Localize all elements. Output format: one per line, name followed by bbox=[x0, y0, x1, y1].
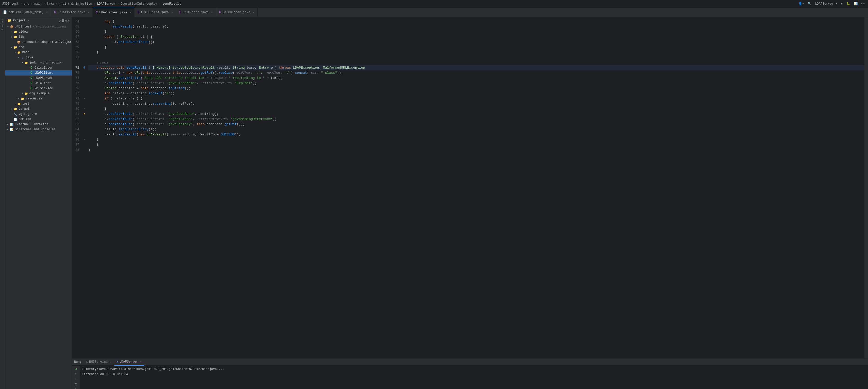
project-tab-vertical[interactable]: Project bbox=[1, 19, 4, 30]
tab-rmiservice-label: RMIService.java bbox=[58, 10, 85, 14]
scroll-up-btn[interactable]: ↑ bbox=[73, 372, 79, 376]
ln-72: 72 bbox=[72, 65, 82, 70]
gutter-76 bbox=[82, 86, 86, 91]
search-btn[interactable]: 🔍 bbox=[807, 1, 812, 6]
breadcrumb-src[interactable]: src bbox=[24, 2, 29, 6]
ldapserver-dropdown[interactable]: LDAPServer ▾ bbox=[814, 1, 838, 6]
coverage-btn[interactable]: 📊 bbox=[853, 1, 859, 6]
sidebar-dropdown-arrow[interactable]: ▾ bbox=[27, 19, 29, 22]
arrow-calculator bbox=[26, 67, 29, 69]
ldapserver-icon: C bbox=[29, 76, 33, 80]
arrow-main: ▾ bbox=[13, 51, 17, 54]
breadcrumb-jndi_rmi[interactable]: jndi_rmi_injection bbox=[59, 2, 92, 6]
tab-calculator[interactable]: C Calculator.java ✕ bbox=[216, 8, 258, 17]
tree-item-scratches[interactable]: ▸ 📝 Scratches and Consoles bbox=[5, 127, 72, 132]
tree-item-src[interactable]: ▾ 📁 src bbox=[5, 45, 72, 50]
gutter-69 bbox=[82, 45, 86, 50]
gutter-78: ◦ bbox=[82, 96, 86, 101]
tree-view[interactable]: ▾ 📦 JNDI_test ~/Projects/JNDI_test ▸ 📁 .… bbox=[5, 24, 72, 389]
run-btn[interactable]: ▶ bbox=[840, 1, 844, 6]
gutter-86: ◦ bbox=[82, 137, 86, 142]
tree-item-test[interactable]: ▸ 📁 test bbox=[5, 101, 72, 106]
code-line-78: if ( refPos > 0 ) { bbox=[88, 96, 864, 101]
tree-item-jndi_test[interactable]: ▾ 📦 JNDI_test ~/Projects/JNDI_test bbox=[5, 24, 72, 29]
tab-rmiservice[interactable]: C RMIService.java ✕ bbox=[51, 8, 93, 17]
ln-75: 75 bbox=[72, 81, 82, 86]
arrow-src: ▾ bbox=[10, 46, 13, 49]
more-vertical-btn[interactable]: ⋮ bbox=[73, 387, 79, 389]
tab-pom[interactable]: 📄 pom.xml (JNDI_test) ✕ bbox=[0, 8, 51, 17]
code-line-77: int refPos = cbstring.indexOf('#'); bbox=[88, 91, 864, 96]
tab-rmiservice-close[interactable]: ✕ bbox=[88, 11, 89, 14]
tab-pom-label: pom.xml (JNDI_test) bbox=[8, 10, 44, 14]
scratches-label: Scratches and Consoles bbox=[15, 128, 56, 131]
tree-item-extlibs[interactable]: ▸ 📊 External Libraries bbox=[5, 122, 72, 127]
breadcrumb-sendresult[interactable]: sendResult bbox=[162, 2, 181, 6]
bottom-line-1: Listening on 0.0.0.0:1234 bbox=[82, 372, 866, 377]
gitignore-label: .gitignore bbox=[19, 112, 37, 116]
tree-item-main[interactable]: ▾ 📁 main bbox=[5, 50, 72, 55]
breadcrumb-jndi[interactable]: JNDI_test bbox=[2, 2, 19, 6]
tree-item-jndi-pkg[interactable]: ▾ 📁 jndi_rmi_injection bbox=[5, 60, 72, 65]
main-folder-icon: 📁 bbox=[17, 51, 21, 55]
breadcrumb-operationinterceptor[interactable]: OperationInterceptor bbox=[121, 2, 157, 6]
filter-btn[interactable]: ≡ bbox=[73, 382, 79, 386]
code-line-71 bbox=[88, 55, 864, 60]
tree-item-ldapserver[interactable]: C LDAPServer bbox=[5, 75, 72, 81]
restart-btn[interactable]: ↺ bbox=[73, 367, 79, 371]
resources-folder-icon: 📁 bbox=[21, 97, 25, 101]
target-label: target bbox=[19, 107, 30, 111]
tree-item-lib[interactable]: ▾ 📁 lib bbox=[5, 34, 72, 39]
tree-item-org-example[interactable]: ▸ 📁 org.example bbox=[5, 91, 72, 96]
debug-btn[interactable]: 🐛 bbox=[845, 1, 851, 6]
tree-item-ldapclient[interactable]: C LDAPClient bbox=[5, 70, 72, 75]
tab-rmiclient-close[interactable]: ✕ bbox=[211, 11, 213, 14]
tree-item-rmiservice[interactable]: C RMIService bbox=[5, 86, 72, 91]
ldapclient-tab-icon: C bbox=[137, 10, 139, 14]
tree-item-rmiclient[interactable]: C RMIClient bbox=[5, 81, 72, 86]
bottom-line-0: /Library/Java/JavaVirtualMachines/jdk1.8… bbox=[82, 367, 866, 372]
tree-item-resources[interactable]: ▸ 📁 resources bbox=[5, 96, 72, 101]
sidebar-close-btn[interactable]: ✕ bbox=[68, 19, 70, 22]
arrow-jndi-pkg: ▾ bbox=[21, 61, 24, 64]
ldapclient-label: LDAPClient bbox=[34, 71, 53, 75]
tab-ldapclient[interactable]: C LDAPClient.java ✕ bbox=[134, 8, 176, 17]
ldapsdk-label: unboundid-ldapsdk-3.2.0.jar bbox=[22, 40, 72, 44]
tree-item-calculator[interactable]: C Calculator bbox=[5, 65, 72, 70]
arrow-rmiclient bbox=[26, 82, 29, 85]
tree-item-pom[interactable]: 📄 pom.xml bbox=[5, 117, 72, 122]
tab-ldapserver-close[interactable]: ✕ bbox=[129, 11, 131, 14]
sidebar-collapse-btn[interactable]: ☰ bbox=[62, 19, 64, 22]
calculator-label: Calculator bbox=[34, 66, 53, 70]
more-btn[interactable]: ⊙▾ bbox=[860, 1, 866, 6]
tree-item-idea[interactable]: ▸ 📁 .idea bbox=[5, 29, 72, 34]
bottom-tab-ldapserver[interactable]: ▶ LDAPServer ✕ bbox=[114, 358, 144, 366]
breadcrumb-main[interactable]: main bbox=[34, 2, 42, 6]
sidebar-settings-btn[interactable]: ⚙ bbox=[65, 19, 67, 22]
code-line-73: URL turl = new URL(this.codebase, this.c… bbox=[88, 70, 864, 75]
ln-68: 68 bbox=[72, 39, 82, 45]
tree-item-gitignore[interactable]: 🔧 .gitignore bbox=[5, 111, 72, 117]
tab-calculator-close[interactable]: ✕ bbox=[253, 11, 254, 14]
profile-btn[interactable]: 👤▾ bbox=[797, 1, 805, 6]
tab-rmiclient[interactable]: C RMIClient.java ✕ bbox=[176, 8, 216, 17]
bottom-tab-rmiservice-close[interactable]: ✕ bbox=[110, 360, 111, 363]
code-content[interactable]: try { sendResult(result, base, e); } bbox=[86, 17, 864, 358]
tree-item-ldapsdk[interactable]: 📦 unboundid-ldapsdk-3.2.0.jar bbox=[5, 39, 72, 45]
tab-ldapserver[interactable]: C LDAPServer.java ✕ bbox=[93, 8, 134, 17]
scroll-down-btn[interactable]: ↓ bbox=[73, 377, 79, 381]
gutter-70 bbox=[82, 50, 86, 55]
bottom-tab-rmiservice[interactable]: ▶ RMIService ✕ bbox=[84, 358, 114, 366]
breadcrumb-ldapserver[interactable]: LDAPServer bbox=[97, 2, 116, 6]
tab-ldapclient-close[interactable]: ✕ bbox=[172, 11, 173, 14]
code-line-81: e.addAttribute( attributeName: "javaCode… bbox=[88, 111, 864, 117]
tab-pom-close[interactable]: ✕ bbox=[46, 11, 48, 14]
arrow-target: ▸ bbox=[10, 107, 13, 110]
tree-item-java[interactable]: ▾ ☕ java bbox=[5, 55, 72, 60]
breadcrumb-java[interactable]: java bbox=[46, 2, 54, 6]
bottom-tab-ldapserver-close[interactable]: ✕ bbox=[140, 360, 142, 363]
tree-item-target[interactable]: ▸ 📁 target bbox=[5, 106, 72, 111]
ln-84: 84 bbox=[72, 127, 82, 132]
arrow-jndi: ▾ bbox=[6, 25, 10, 28]
sidebar-locate-btn[interactable]: ⊕ bbox=[59, 19, 61, 22]
